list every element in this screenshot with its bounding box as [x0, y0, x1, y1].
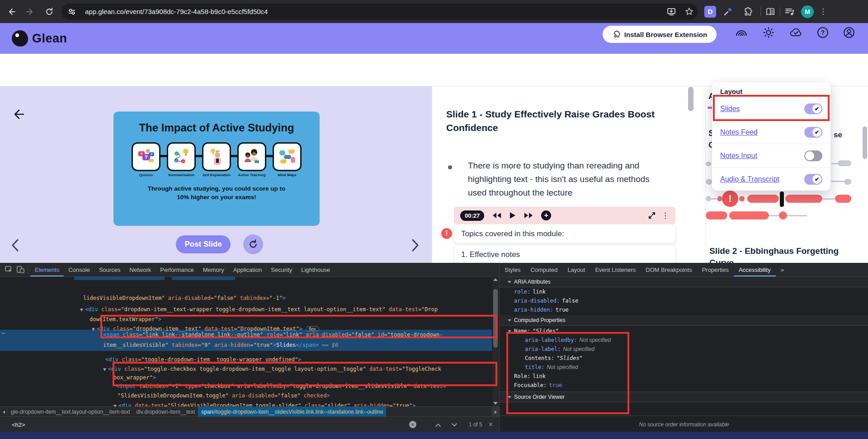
audio-timeline-segment	[706, 211, 727, 220]
devtools-code-line[interactable]: item__slidesVisible" tabindex="0" aria-h…	[103, 341, 338, 349]
slide-step: Active Teaching	[237, 142, 266, 177]
audio-play-icon[interactable]	[509, 212, 516, 219]
address-bar[interactable]: app.glean.co/event/73a908dc-79c2-4a58-b9…	[61, 4, 698, 20]
timeline-alert-icon[interactable]: !	[722, 191, 738, 207]
active-teaching-illustration	[237, 142, 266, 171]
layout-option-toggle[interactable]	[804, 150, 822, 161]
devtools-tab-security[interactable]: Security	[266, 263, 297, 276]
devtools-code-line[interactable]: ▼<div class="dropdown-item__text-wrapper…	[80, 306, 438, 313]
rainbow-icon[interactable]	[735, 26, 748, 39]
topics-card: 1. Effective notes	[454, 246, 675, 264]
install-extension-button[interactable]: Install Browser Extension	[603, 26, 717, 43]
find-clear-icon[interactable]: ×	[409, 421, 416, 428]
step-label: Active Teaching	[238, 173, 266, 177]
devtools-tab-computed[interactable]: Computed	[525, 263, 562, 276]
annotation-box-span-code	[100, 315, 497, 338]
sidebar-tabs: StylesComputedLayoutEvent ListenersDOM B…	[500, 263, 868, 277]
account-icon[interactable]	[843, 26, 855, 39]
post-slide-button[interactable]: Post Slide	[176, 235, 231, 253]
breadcrumb-item[interactable]: span#toggle-dropdown-item__slidesVisible…	[198, 407, 386, 417]
browser-forward-icon[interactable]	[23, 4, 38, 19]
brightness-icon[interactable]	[762, 26, 775, 39]
devtools-tab-accessibility[interactable]: Accessibility	[734, 263, 776, 276]
layout-option-link[interactable]: Notes Input	[720, 152, 757, 160]
devtools-code-line[interactable]: "SlidesVisibleDropdownItem.toggle" aria-…	[118, 392, 330, 399]
help-icon[interactable]: ?	[816, 26, 829, 39]
refresh-slide-button[interactable]	[243, 234, 263, 254]
reading-list-icon[interactable]	[765, 7, 775, 16]
devtools-tab-application[interactable]: Application	[229, 263, 267, 276]
devtools-tab-network[interactable]: Network	[125, 263, 156, 276]
next-slide-icon[interactable]	[410, 238, 421, 252]
devtools-tab-layout[interactable]: Layout	[562, 263, 590, 276]
find-previous-icon[interactable]	[435, 421, 441, 428]
browser-profile-avatar[interactable]: M	[801, 5, 814, 18]
layout-option-toggle[interactable]: ✔	[804, 127, 822, 138]
glean-logo-icon[interactable]	[12, 30, 28, 47]
devtools-tab-dom-breakpoints[interactable]: DOM Breakpoints	[641, 263, 697, 276]
dom-gutter-more[interactable]: ⋯	[2, 330, 5, 336]
url-text[interactable]: app.glean.co/event/73a908dc-79c2-4a58-b9…	[85, 8, 662, 15]
layout-option-link[interactable]: Notes Feed	[720, 128, 758, 136]
breadcrumb-item[interactable]: div.dropdown-item__text	[133, 407, 198, 417]
screen: app.glean.co/event/73a908dc-79c2-4a58-b9…	[0, 0, 868, 439]
slide-image-title: The Impact of Active Studying	[139, 121, 294, 134]
devtools-tab-properties[interactable]: Properties	[697, 263, 734, 276]
devtools-code-line[interactable]: lidesVisibleDropdownItem" aria-disabled=…	[83, 294, 286, 302]
timeline-playhead[interactable]	[780, 191, 784, 207]
add-note-icon[interactable]: +	[541, 210, 551, 220]
find-next-icon[interactable]	[452, 421, 457, 428]
browser-back-icon[interactable]	[4, 4, 19, 19]
browser-reload-icon[interactable]	[42, 4, 57, 19]
slide-area: The Impact of Active Studying ??? Quizze…	[0, 86, 432, 263]
notes-scrollbar[interactable]	[688, 87, 693, 111]
breadcrumb-item[interactable]: gle-dropdown-item__text.layout-option__i…	[8, 407, 133, 417]
notes-panel: Slide 1 - Study Effectively Raise Grades…	[432, 86, 706, 263]
audio-timeline-line	[769, 215, 780, 216]
devtools-tab-performance[interactable]: Performance	[156, 263, 198, 276]
extension-d-icon[interactable]: D	[704, 6, 716, 18]
previous-slide-icon[interactable]	[10, 238, 21, 252]
breadcrumb-scroll-left-icon[interactable]	[0, 407, 8, 417]
devtools-tab-event-listeners[interactable]: Event Listeners	[590, 263, 641, 276]
page-scrollbar[interactable]	[863, 126, 867, 159]
audio-timeline-segment	[706, 196, 711, 201]
find-close-icon[interactable]: ×	[489, 420, 493, 429]
devtools-tab-lighthouse[interactable]: Lighthouse	[297, 263, 335, 276]
devtools-tab-sources[interactable]: Sources	[94, 263, 125, 276]
playlist-music-icon[interactable]	[785, 7, 795, 16]
breadcrumb-scroll-right-icon[interactable]	[492, 407, 499, 417]
devtools-tab-memory[interactable]: Memory	[198, 263, 229, 276]
devtools-tab-styles[interactable]: Styles	[500, 263, 525, 276]
extensions-puzzle-icon[interactable]	[742, 7, 752, 17]
expand-icon[interactable]	[648, 211, 656, 220]
audio-menu-icon[interactable]: ⋮	[661, 211, 669, 220]
slide-image: The Impact of Active Studying ??? Quizze…	[113, 112, 320, 226]
inspect-icon[interactable]	[3, 264, 14, 275]
devtools-code-line[interactable]: ▼<div data-test="SlidesVisibleDropdownIt…	[113, 402, 415, 406]
cloud-sync-icon[interactable]	[789, 26, 802, 39]
browser-menu-icon[interactable]: ⋮	[819, 7, 827, 16]
devtools-tab-elements[interactable]: Elements	[30, 263, 64, 276]
sidebar-tabs-overflow-icon[interactable]: »	[776, 263, 789, 276]
event-back-icon[interactable]	[12, 108, 24, 122]
bookmark-star-icon[interactable]	[685, 7, 693, 16]
aria-attributes-header[interactable]: ARIA Attributes	[500, 277, 868, 287]
slide-step: ✓✓✓ Summarisation	[167, 142, 196, 177]
fast-forward-icon[interactable]	[524, 212, 533, 219]
audio-timeline-segment	[785, 195, 822, 203]
slide-step: Mind Maps	[273, 142, 302, 177]
mind-maps-illustration	[273, 142, 302, 171]
selection-fragment	[74, 276, 165, 280]
dom-scrollbar[interactable]	[492, 276, 499, 406]
device-toolbar-icon[interactable]	[14, 264, 26, 275]
devtools-tab-console[interactable]: Console	[64, 263, 94, 276]
rewind-icon[interactable]	[492, 212, 501, 219]
site-settings-icon[interactable]	[68, 8, 76, 16]
computed-properties-header[interactable]: Computed Properties	[500, 315, 868, 326]
layout-option-toggle[interactable]: ✔	[804, 174, 822, 185]
install-app-icon[interactable]	[667, 8, 676, 16]
eyedropper-icon[interactable]	[723, 7, 732, 16]
find-input[interactable]: <h2>	[12, 421, 409, 428]
layout-option-link[interactable]: Audio & Transcript	[720, 175, 779, 183]
